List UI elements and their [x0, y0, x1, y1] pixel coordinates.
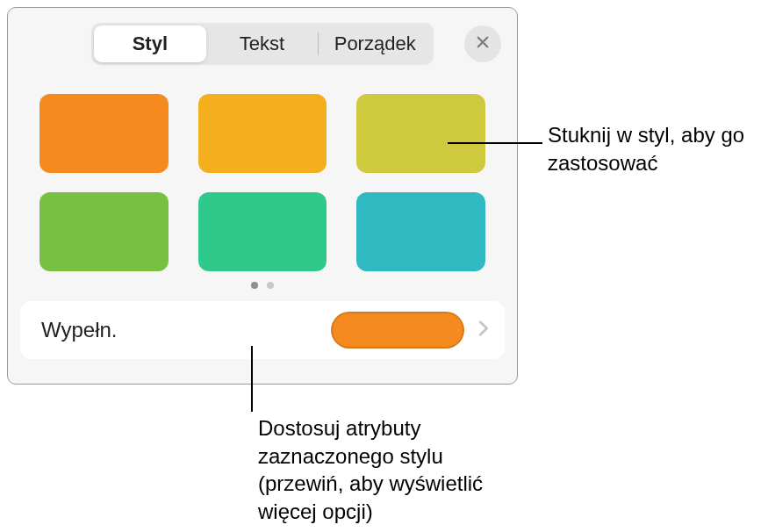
style-swatch[interactable]: [39, 94, 169, 173]
callout-leader-line: [251, 346, 253, 412]
style-swatch-grid: [39, 94, 485, 271]
page-dot[interactable]: [251, 282, 258, 289]
tab-label: Porządek: [334, 32, 416, 55]
tab-label: Tekst: [240, 32, 284, 55]
tab-style[interactable]: Styl: [94, 25, 206, 62]
style-swatch[interactable]: [39, 192, 169, 271]
close-icon: [475, 34, 491, 54]
tab-arrange[interactable]: Porządek: [319, 25, 431, 62]
fill-right-group: [331, 312, 492, 349]
style-swatch[interactable]: [356, 192, 485, 271]
tab-label: Styl: [133, 32, 168, 55]
callout-leader-line: [448, 142, 542, 144]
close-button[interactable]: [464, 25, 501, 62]
panel-header: Styl Tekst Porządek: [8, 20, 517, 68]
callout-customize-attributes: Dostosuj atrybuty zaznaczonego stylu (pr…: [258, 414, 513, 526]
segmented-control: Styl Tekst Porządek: [91, 23, 434, 65]
format-panel: Styl Tekst Porządek: [7, 7, 518, 385]
page-indicator: [8, 282, 517, 289]
chevron-right-icon: [473, 319, 492, 341]
page-dot[interactable]: [267, 282, 274, 289]
style-swatch[interactable]: [198, 192, 327, 271]
fill-label: Wypełn.: [41, 318, 117, 342]
style-swatch[interactable]: [356, 94, 485, 173]
callout-apply-style: Stuknij w styl, aby go zastosować: [548, 121, 758, 176]
style-swatch[interactable]: [198, 94, 327, 173]
fill-color-preview[interactable]: [331, 312, 464, 349]
fill-row[interactable]: Wypełn.: [20, 301, 505, 359]
tab-text[interactable]: Tekst: [206, 25, 319, 62]
